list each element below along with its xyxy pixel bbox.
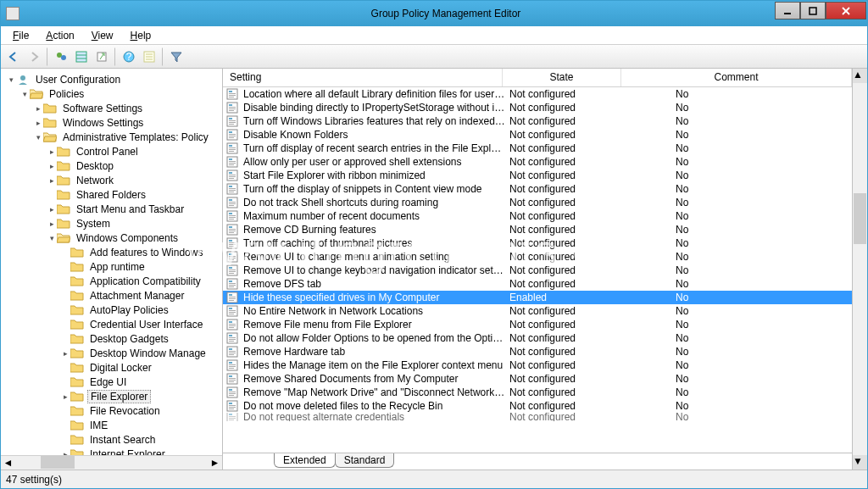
- expand-icon[interactable]: ▸: [47, 204, 57, 214]
- tool-help-icon[interactable]: ?: [120, 47, 138, 66]
- col-state[interactable]: State: [503, 69, 621, 86]
- expand-icon[interactable]: ▸: [60, 392, 70, 402]
- tab-standard[interactable]: Standard: [335, 453, 395, 468]
- tree-item-system[interactable]: ▸System: [1, 216, 222, 231]
- tree-item-attachment-manager[interactable]: Attachment Manager: [1, 288, 222, 303]
- expand-icon[interactable]: [47, 190, 57, 200]
- expand-icon[interactable]: [60, 334, 70, 344]
- tool-refresh-icon[interactable]: [140, 47, 159, 66]
- setting-row[interactable]: Remove File menu from File ExplorerNot c…: [223, 318, 852, 331]
- tree-item-file-revocation[interactable]: File Revocation: [1, 403, 222, 418]
- expand-icon[interactable]: ▸: [33, 103, 43, 114]
- expand-icon[interactable]: [60, 406, 70, 416]
- menu-file[interactable]: File: [6, 28, 36, 43]
- maximize-button[interactable]: [800, 2, 826, 19]
- setting-row[interactable]: Do not request alternate credentialsNot …: [223, 413, 852, 421]
- tree-item-edge-ui[interactable]: Edge UI: [1, 375, 222, 389]
- tree-item-software-settings[interactable]: ▸Software Settings: [1, 101, 222, 115]
- expand-icon[interactable]: ▸: [33, 118, 43, 128]
- setting-row[interactable]: Turn off the display of snippets in Cont…: [223, 182, 852, 196]
- setting-row[interactable]: Hides the Manage item on the File Explor…: [223, 358, 852, 372]
- col-comment[interactable]: Comment: [621, 69, 852, 86]
- setting-row[interactable]: Do not move deleted files to the Recycle…: [223, 399, 852, 413]
- tree-item-credential-ui[interactable]: Credential User Interface: [1, 317, 222, 331]
- expand-icon[interactable]: [60, 291, 70, 301]
- expand-icon[interactable]: ▸: [60, 449, 70, 456]
- setting-row[interactable]: No Entire Network in Network LocationsNo…: [223, 304, 852, 318]
- tree-item-administrative-templates[interactable]: ▾Administrative Templates: Policy: [1, 130, 222, 144]
- menu-action[interactable]: Action: [39, 28, 81, 43]
- setting-row[interactable]: Maximum number of recent documentsNot co…: [223, 209, 852, 223]
- setting-row[interactable]: Do not track Shell shortcuts during roam…: [223, 196, 852, 209]
- setting-row[interactable]: Remove CD Burning featuresNot configured…: [223, 223, 852, 236]
- tree-item-control-panel[interactable]: ▸Control Panel: [1, 144, 222, 158]
- setting-row[interactable]: Disable binding directly to IPropertySet…: [223, 101, 852, 114]
- menu-view[interactable]: View: [85, 28, 120, 43]
- setting-row[interactable]: Remove Hardware tabNot configuredNo: [223, 345, 852, 358]
- expand-icon[interactable]: ▸: [47, 161, 57, 171]
- setting-row[interactable]: Remove "Map Network Drive" and "Disconne…: [223, 386, 852, 399]
- tree-item-policies[interactable]: ▾Policies: [1, 86, 222, 101]
- tree-item-internet-explorer[interactable]: ▸Internet Explorer: [1, 447, 222, 455]
- tree-hscrollbar[interactable]: ◄ ►: [1, 455, 222, 470]
- tree-item-digital-locker[interactable]: Digital Locker: [1, 360, 222, 375]
- setting-row[interactable]: Do not allow Folder Options to be opened…: [223, 331, 852, 345]
- scroll-down-icon[interactable]: ▼: [853, 455, 867, 470]
- setting-row[interactable]: Disable Known FoldersNot configuredNo: [223, 128, 852, 142]
- expand-icon[interactable]: [60, 377, 70, 387]
- back-button[interactable]: [4, 47, 23, 66]
- tree-item-network[interactable]: ▸Network: [1, 173, 222, 187]
- setting-row[interactable]: Location where all default Library defin…: [223, 87, 852, 101]
- setting-row[interactable]: Allow only per user or approved shell ex…: [223, 155, 852, 169]
- setting-row[interactable]: Start File Explorer with ribbon minimize…: [223, 169, 852, 182]
- col-setting[interactable]: Setting: [223, 69, 503, 86]
- expand-icon[interactable]: [60, 247, 70, 258]
- expand-icon[interactable]: [60, 435, 70, 445]
- expand-icon[interactable]: ▾: [19, 89, 30, 99]
- setting-row[interactable]: Turn off display of recent search entrie…: [223, 142, 852, 155]
- expand-icon[interactable]: ▸: [60, 348, 70, 358]
- tree-item-desktop-gadgets[interactable]: Desktop Gadgets: [1, 331, 222, 346]
- tree-item-autoplay-policies[interactable]: AutoPlay Policies: [1, 303, 222, 317]
- tool-list-icon[interactable]: [72, 47, 91, 66]
- setting-row[interactable]: Remove Shared Documents from My Computer…: [223, 372, 852, 386]
- tool-export-icon[interactable]: [92, 47, 111, 66]
- menu-help[interactable]: Help: [124, 28, 159, 43]
- tree-item-user-configuration[interactable]: ▾User Configuration: [1, 72, 222, 86]
- setting-row[interactable]: Turn off Windows Libraries features that…: [223, 114, 852, 128]
- tree-item-file-explorer[interactable]: ▸File Explorer: [1, 389, 222, 403]
- tree-item-windows-components[interactable]: ▾Windows Components: [1, 231, 222, 245]
- expand-icon[interactable]: [60, 320, 70, 330]
- expand-icon[interactable]: ▸: [47, 147, 57, 157]
- expand-icon[interactable]: [60, 276, 70, 286]
- minimize-button[interactable]: [775, 2, 800, 19]
- setting-row[interactable]: Remove DFS tabNot configuredNo: [223, 277, 852, 291]
- expand-icon[interactable]: [60, 420, 70, 431]
- tool-filter-icon[interactable]: [167, 47, 186, 66]
- tool-users-icon[interactable]: [52, 47, 70, 66]
- expand-icon[interactable]: ▾: [6, 75, 16, 85]
- vscrollbar[interactable]: ▲ ▼: [853, 69, 867, 470]
- setting-row[interactable]: Turn off caching of thumbnail picturesNo…: [223, 236, 852, 250]
- expand-icon[interactable]: [60, 305, 70, 315]
- scroll-up-icon[interactable]: ▲: [853, 69, 867, 83]
- tree-item-instant-search[interactable]: Instant Search: [1, 432, 222, 447]
- tree-item-windows-settings[interactable]: ▸Windows Settings: [1, 115, 222, 130]
- expand-icon[interactable]: [60, 363, 70, 373]
- expand-icon[interactable]: ▾: [47, 233, 57, 243]
- tree-item-ime[interactable]: IME: [1, 418, 222, 432]
- setting-row[interactable]: Remove UI to change menu animation setti…: [223, 250, 852, 264]
- tree-item-shared-folders[interactable]: Shared Folders: [1, 187, 222, 202]
- tab-extended[interactable]: Extended: [274, 453, 336, 468]
- tree-item-add-features[interactable]: Add features to Windows: [1, 245, 222, 259]
- tree-item-app-runtime[interactable]: App runtime: [1, 259, 222, 274]
- expand-icon[interactable]: ▸: [47, 175, 57, 186]
- tree-item-desktop[interactable]: ▸Desktop: [1, 158, 222, 173]
- tree-item-start-menu-taskbar[interactable]: ▸Start Menu and Taskbar: [1, 202, 222, 216]
- expand-icon[interactable]: ▸: [47, 219, 57, 229]
- setting-row[interactable]: Hide these specified drives in My Comput…: [223, 291, 852, 304]
- tree-item-desktop-window-manager[interactable]: ▸Desktop Window Manage: [1, 346, 222, 360]
- tree-item-application-compatibility[interactable]: Application Compatibility: [1, 274, 222, 288]
- forward-button[interactable]: [25, 47, 43, 66]
- expand-icon[interactable]: [60, 262, 70, 272]
